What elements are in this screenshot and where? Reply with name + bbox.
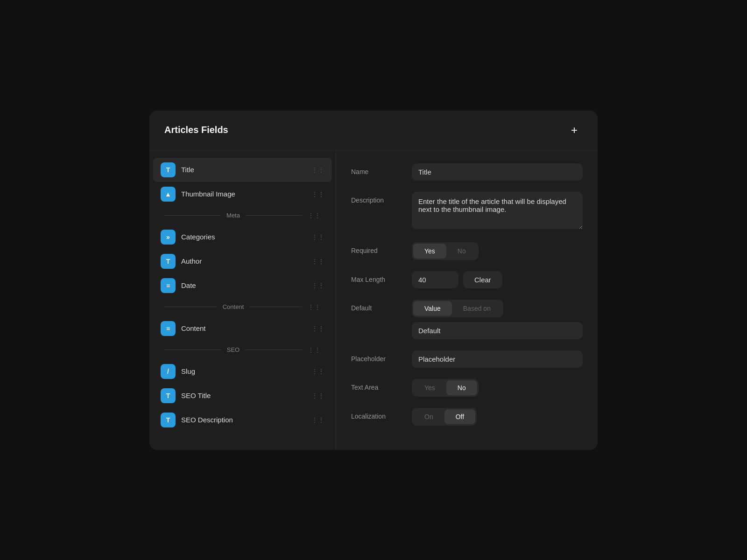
sidebar-label-categories: Categories: [181, 233, 306, 241]
placeholder-field-row: Placeholder: [351, 350, 583, 368]
required-label: Required: [351, 242, 402, 254]
text-area-yes-button[interactable]: Yes: [413, 380, 446, 395]
sidebar-label-title: Title: [181, 166, 306, 174]
drag-handle-categories[interactable]: ⋮⋮: [311, 233, 324, 241]
sidebar-label-content: Content: [181, 324, 306, 332]
name-label: Name: [351, 163, 402, 175]
divider-line-seo-right: [245, 350, 302, 350]
drag-handle-seo-title[interactable]: ⋮⋮: [311, 392, 324, 399]
drag-handle-thumbnail[interactable]: ⋮⋮: [311, 190, 324, 198]
max-length-field-row: Max Length Clear: [351, 271, 583, 288]
seo-description-icon: T: [161, 413, 176, 427]
placeholder-input[interactable]: [412, 350, 583, 368]
divider-line-seo-left: [164, 350, 221, 350]
description-field-value: [412, 192, 583, 231]
drag-handle-slug[interactable]: ⋮⋮: [311, 368, 324, 375]
default-row: Value Based on: [412, 300, 583, 339]
localization-off-button[interactable]: Off: [444, 409, 475, 424]
placeholder-field-value: [412, 350, 583, 368]
default-based-on-button[interactable]: Based on: [452, 301, 502, 316]
description-field-row: Description: [351, 192, 583, 231]
placeholder-label: Placeholder: [351, 350, 402, 363]
description-input[interactable]: [412, 192, 583, 229]
sidebar-item-date[interactable]: ≡ Date ⋮⋮: [153, 273, 332, 298]
sidebar-label-slug: Slug: [181, 367, 306, 375]
text-area-label: Text Area: [351, 379, 402, 391]
fields-sidebar: T Title ⋮⋮ ▲ Thumbnail Image ⋮⋮ Meta ⋮⋮ …: [149, 150, 336, 450]
divider-label-content: Content: [223, 303, 244, 310]
author-icon: T: [161, 254, 176, 269]
modal-header: Articles Fields +: [149, 111, 598, 150]
drag-handle-date[interactable]: ⋮⋮: [311, 282, 324, 289]
categories-icon: »: [161, 230, 176, 245]
description-label: Description: [351, 192, 402, 204]
detail-panel: Name Description Required Yes No: [336, 150, 598, 450]
text-area-no-button[interactable]: No: [446, 380, 477, 395]
max-length-row: Clear: [412, 271, 583, 288]
default-toggle-group: Value Based on: [412, 300, 503, 317]
content-icon: ≡: [161, 321, 176, 336]
date-icon: ≡: [161, 278, 176, 293]
sidebar-item-content[interactable]: ≡ Content ⋮⋮: [153, 316, 332, 341]
articles-fields-modal: Articles Fields + T Title ⋮⋮ ▲ Thumbnail…: [149, 111, 598, 450]
divider-line-right: [246, 215, 302, 216]
sidebar-label-seo-description: SEO Description: [181, 416, 306, 424]
name-field-row: Name: [351, 163, 583, 181]
default-value-input[interactable]: [412, 322, 583, 339]
localization-field-value: On Off: [412, 408, 583, 426]
name-input[interactable]: [412, 163, 583, 181]
required-yes-button[interactable]: Yes: [413, 244, 446, 259]
drag-handle-seo-description[interactable]: ⋮⋮: [311, 416, 324, 424]
divider-seo: SEO ⋮⋮: [153, 343, 332, 357]
sidebar-item-slug[interactable]: / Slug ⋮⋮: [153, 359, 332, 384]
text-area-field-value: Yes No: [412, 379, 583, 397]
title-icon: T: [161, 162, 176, 177]
drag-handle-content-divider[interactable]: ⋮⋮: [308, 303, 321, 311]
localization-toggle-group: On Off: [412, 408, 477, 426]
localization-on-button[interactable]: On: [413, 409, 444, 424]
divider-label-seo: SEO: [227, 346, 240, 353]
default-value-button[interactable]: Value: [413, 301, 452, 316]
divider-line-content-left: [164, 307, 217, 307]
slug-icon: /: [161, 364, 176, 379]
default-label: Default: [351, 300, 402, 312]
default-field-row: Default Value Based on: [351, 300, 583, 339]
seo-title-icon: T: [161, 388, 176, 403]
text-area-field-row: Text Area Yes No: [351, 379, 583, 397]
sidebar-label-thumbnail-image: Thumbnail Image: [181, 190, 306, 198]
max-length-label: Max Length: [351, 271, 402, 283]
divider-line-left: [164, 215, 221, 216]
sidebar-label-seo-title: SEO Title: [181, 392, 306, 399]
sidebar-item-author[interactable]: T Author ⋮⋮: [153, 249, 332, 273]
add-field-button[interactable]: +: [566, 122, 583, 139]
sidebar-item-title[interactable]: T Title ⋮⋮: [153, 158, 332, 182]
name-field-value: [412, 163, 583, 181]
divider-meta: Meta ⋮⋮: [153, 208, 332, 223]
localization-field-row: Localization On Off: [351, 408, 583, 426]
sidebar-item-thumbnail-image[interactable]: ▲ Thumbnail Image ⋮⋮: [153, 182, 332, 206]
clear-button[interactable]: Clear: [463, 271, 502, 288]
sidebar-item-seo-description[interactable]: T SEO Description ⋮⋮: [153, 408, 332, 432]
divider-content: Content ⋮⋮: [153, 300, 332, 315]
sidebar-item-seo-title[interactable]: T SEO Title ⋮⋮: [153, 384, 332, 408]
drag-handle-title[interactable]: ⋮⋮: [311, 166, 324, 174]
default-field-value: Value Based on: [412, 300, 583, 339]
sidebar-label-author: Author: [181, 257, 306, 265]
required-field-row: Required Yes No: [351, 242, 583, 260]
drag-handle-meta[interactable]: ⋮⋮: [308, 212, 321, 219]
localization-label: Localization: [351, 408, 402, 420]
required-field-value: Yes No: [412, 242, 583, 260]
divider-line-content-right: [249, 307, 302, 307]
drag-handle-content[interactable]: ⋮⋮: [311, 325, 324, 332]
required-toggle-group: Yes No: [412, 242, 479, 260]
drag-handle-author[interactable]: ⋮⋮: [311, 258, 324, 265]
required-no-button[interactable]: No: [446, 244, 477, 259]
text-area-toggle-group: Yes No: [412, 379, 479, 397]
modal-title: Articles Fields: [164, 125, 228, 135]
drag-handle-seo-divider[interactable]: ⋮⋮: [308, 346, 321, 354]
thumbnail-image-icon: ▲: [161, 187, 176, 202]
max-length-field-value: Clear: [412, 271, 583, 288]
sidebar-label-date: Date: [181, 281, 306, 289]
max-length-input[interactable]: [412, 271, 458, 288]
sidebar-item-categories[interactable]: » Categories ⋮⋮: [153, 225, 332, 249]
